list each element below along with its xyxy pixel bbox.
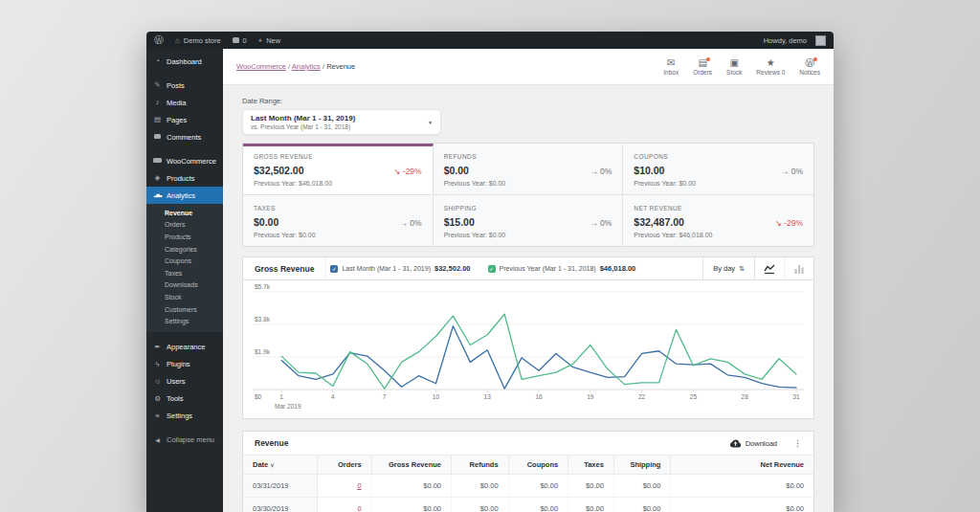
sidebar-item-posts[interactable]: ✎ Posts — [146, 77, 223, 94]
breadcrumb-link-analytics[interactable]: Analytics — [292, 62, 321, 71]
sidebar-item-label: Comments — [167, 133, 201, 142]
sidebar-item-users[interactable]: ☺ Users — [146, 373, 223, 390]
tile-taxes[interactable]: TAXES $0.00 → 0% Previous Year: $0.00 — [243, 195, 434, 246]
sidebar-item-settings[interactable]: ≡ Settings — [146, 408, 223, 425]
site-name-menu[interactable]: ⌂ Demo store — [175, 36, 221, 45]
submenu-item-coupons[interactable]: Coupons — [146, 255, 223, 267]
svg-text:$3.8k: $3.8k — [255, 316, 271, 323]
chart-plot-area[interactable]: $0$1.9k$3.8k$5.7k1471013161922252831Mar … — [243, 280, 813, 418]
submenu-item-settings[interactable]: Settings — [146, 315, 223, 327]
tools-icon: ⚙ — [153, 395, 162, 403]
breadcrumb-link-woocommerce[interactable]: WooCommerce — [236, 62, 286, 71]
tile-previous-value: Previous Year: $0.00 — [444, 180, 612, 187]
cell-gross-revenue: $0.00 — [371, 475, 451, 498]
submenu-item-categories[interactable]: Categories — [146, 243, 223, 256]
wp-logo-menu[interactable]: Ⓦ — [154, 35, 164, 45]
tile-label: SHIPPING — [444, 205, 612, 211]
activity-label: Orders — [693, 69, 712, 76]
sidebar-item-dashboard[interactable]: ◔ Dashboard — [146, 53, 223, 70]
activity-notices-button[interactable]: Ⓦ Notices — [799, 58, 820, 76]
users-icon: ☺ — [153, 378, 162, 386]
legend-label: Previous Year (Mar 1 - 31, 2018) — [500, 265, 596, 272]
tile-shipping[interactable]: SHIPPING $15.00 → 0% Previous Year: $0.0… — [434, 195, 624, 246]
submenu-item-products[interactable]: Products — [146, 231, 223, 243]
date-range-select[interactable]: Last Month (Mar 1 - 31, 2019) vs. Previo… — [242, 109, 441, 135]
orders-count-link[interactable]: 0 — [357, 481, 361, 490]
activity-orders-button[interactable]: ▤ Orders — [693, 58, 712, 76]
tile-gross-revenue[interactable]: GROSS REVENUE $32,502.00 ↘ -29% Previous… — [243, 144, 434, 195]
activity-reviews-button[interactable]: ★ Reviews 0 — [756, 58, 785, 76]
report-content: Date Range: Last Month (Mar 1 - 31, 2019… — [223, 85, 834, 512]
activity-inbox-button[interactable]: ✉ Inbox — [663, 58, 679, 76]
column-header-coupons[interactable]: Coupons — [508, 456, 568, 475]
column-header-net-revenue[interactable]: Net Revenue — [671, 456, 813, 475]
tile-delta: → 0% — [781, 167, 803, 176]
tile-delta: ↘ -29% — [393, 167, 421, 176]
new-content-menu[interactable]: + New — [258, 36, 280, 45]
sidebar-item-analytics[interactable]: ▂▅▃ Analytics — [146, 187, 223, 204]
bar-chart-button[interactable] — [784, 257, 813, 279]
date-range-label: Date Range: — [242, 97, 814, 105]
legend-item-last-month[interactable]: ✓ Last Month (Mar 1 - 31, 2019) $32,502.… — [330, 264, 470, 273]
column-header-refunds[interactable]: Refunds — [452, 456, 509, 475]
kebab-menu-icon[interactable]: ⋮ — [793, 438, 802, 448]
sidebar-item-media[interactable]: ♪ Media — [146, 94, 223, 111]
tile-previous-value: Previous Year: $0.00 — [254, 232, 422, 238]
submenu-item-stock[interactable]: Stock — [146, 291, 223, 303]
sidebar-item-label: WooCommerce — [167, 157, 216, 166]
sort-indicator-icon: ∨ — [270, 462, 274, 468]
line-chart-button[interactable] — [755, 257, 784, 279]
cell-taxes: $0.00 — [568, 498, 614, 512]
site-name: Demo store — [184, 36, 221, 45]
reviews-star-icon: ★ — [767, 58, 775, 68]
orders-count-link[interactable]: 0 — [357, 504, 361, 512]
sidebar-item-plugins[interactable]: ϟ Plugins — [146, 356, 223, 373]
sidebar-item-pages[interactable]: ▤ Pages — [146, 111, 223, 128]
submenu-item-taxes[interactable]: Taxes — [146, 267, 223, 279]
submenu-item-customers[interactable]: Customers — [146, 303, 223, 316]
svg-text:22: 22 — [638, 393, 646, 400]
download-label: Download — [746, 439, 777, 448]
svg-text:$1.9k: $1.9k — [255, 348, 271, 355]
tile-delta: → 0% — [590, 167, 612, 176]
sidebar-item-woocommerce[interactable]: WooCommerce — [146, 152, 223, 169]
sidebar-item-tools[interactable]: ⚙ Tools — [146, 390, 223, 408]
column-header-orders[interactable]: Orders — [317, 456, 371, 475]
chart-type-toggle — [754, 257, 813, 279]
column-header-date[interactable]: Date ∨ — [243, 456, 317, 475]
interval-select[interactable]: By day ⇅ — [702, 257, 754, 279]
my-account-menu[interactable]: Howdy, demo — [764, 35, 826, 46]
tile-label: COUPONS — [634, 153, 803, 160]
submenu-item-revenue[interactable]: Revenue — [146, 207, 223, 219]
column-header-gross-revenue[interactable]: Gross Revenue — [371, 456, 451, 475]
revenue-line-chart[interactable]: $0$1.9k$3.8k$5.7k1471013161922252831Mar … — [253, 284, 804, 416]
comments-admin-menu[interactable]: 0 — [233, 36, 247, 45]
sidebar-item-products[interactable]: ◈ Products — [146, 169, 223, 187]
notices-badge-dot — [813, 57, 817, 61]
activity-stock-button[interactable]: ▣ Stock — [726, 58, 742, 76]
sidebar-item-label: Users — [167, 377, 186, 386]
submenu-item-orders[interactable]: Orders — [146, 219, 223, 232]
tile-label: GROSS REVENUE — [254, 153, 422, 160]
tile-coupons[interactable]: COUPONS $10.00 → 0% Previous Year: $0.00 — [623, 144, 813, 195]
sidebar-item-comments[interactable]: Comments — [146, 128, 223, 145]
legend-item-previous-year[interactable]: ✓ Previous Year (Mar 1 - 31, 2018) $46,0… — [488, 264, 636, 273]
download-button[interactable]: Download — [729, 439, 777, 448]
cell-refunds: $0.00 — [452, 498, 509, 512]
collapse-menu-icon: ◀ — [153, 437, 162, 443]
svg-text:19: 19 — [587, 393, 594, 400]
tile-net-revenue[interactable]: NET REVENUE $32,487.00 ↘ -29% Previous Y… — [623, 195, 813, 246]
comments-bubble-icon — [233, 37, 239, 43]
checkbox-checked-icon[interactable]: ✓ — [330, 265, 338, 273]
cloud-download-icon — [729, 439, 742, 448]
breadcrumb: WooCommerce / Analytics / Revenue — [236, 62, 355, 71]
sidebar-item-collapse-menu[interactable]: ◀ Collapse menu — [146, 432, 223, 449]
sidebar-item-appearance[interactable]: ✒ Appearance — [146, 339, 223, 356]
column-header-taxes[interactable]: Taxes — [568, 456, 614, 475]
chart-header: Gross Revenue ✓ Last Month (Mar 1 - 31, … — [243, 257, 813, 280]
submenu-item-downloads[interactable]: Downloads — [146, 279, 223, 292]
column-header-shipping[interactable]: Shipping — [613, 456, 671, 475]
checkbox-checked-icon[interactable]: ✓ — [488, 265, 496, 273]
tile-refunds[interactable]: REFUNDS $0.00 → 0% Previous Year: $0.00 — [434, 144, 624, 195]
legend-value: $46,018.00 — [600, 264, 636, 273]
